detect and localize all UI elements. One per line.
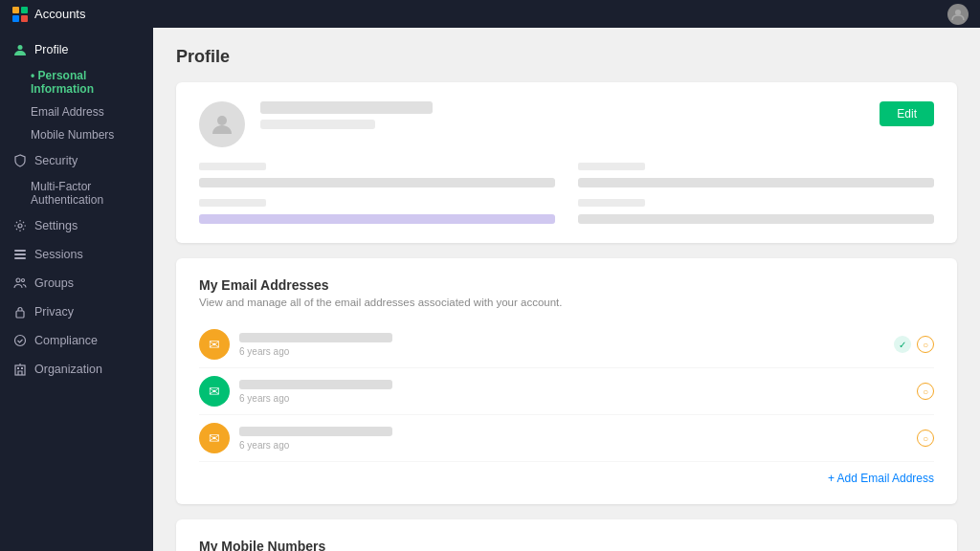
sidebar-item-email-address[interactable]: Email Address bbox=[0, 100, 153, 123]
svg-rect-16 bbox=[21, 367, 23, 369]
add-email-link[interactable]: + Add Email Address bbox=[199, 472, 934, 485]
sidebar-item-security[interactable]: Security bbox=[0, 146, 153, 175]
field-value-blur bbox=[199, 214, 555, 224]
status-badge-1: ○ bbox=[917, 336, 934, 353]
verified-badge-1: ✓ bbox=[894, 336, 911, 353]
field-row-4 bbox=[578, 199, 934, 224]
email-item-3: ✉ 6 years ago ○ bbox=[199, 415, 934, 462]
email-item-2: ✉ 6 years ago ○ bbox=[199, 368, 934, 415]
email-info-3: 6 years ago bbox=[239, 427, 907, 451]
building-icon bbox=[13, 363, 27, 376]
profile-card: Edit bbox=[176, 82, 957, 243]
status-badge-3: ○ bbox=[917, 430, 934, 447]
svg-point-13 bbox=[15, 336, 26, 346]
svg-rect-14 bbox=[15, 365, 25, 375]
sidebar-label-settings: Settings bbox=[34, 219, 78, 232]
sidebar-item-groups[interactable]: Groups bbox=[0, 269, 153, 298]
mobile-numbers-card: My Mobile Numbers View and manage all of… bbox=[176, 519, 957, 551]
svg-rect-8 bbox=[14, 253, 26, 255]
email-badges-1: ✓ ○ bbox=[894, 336, 934, 353]
email-addresses-card: My Email Addresses View and manage all o… bbox=[176, 258, 957, 504]
email-addr-blur-1 bbox=[239, 333, 392, 342]
profile-avatar bbox=[199, 101, 245, 147]
profile-fields bbox=[199, 163, 934, 224]
field-value-blur bbox=[199, 178, 555, 187]
email-badges-2: ○ bbox=[917, 383, 934, 400]
email-info-1: 6 years ago bbox=[239, 333, 884, 357]
status-badge-2: ○ bbox=[917, 383, 934, 400]
svg-rect-0 bbox=[12, 7, 19, 13]
main-content: Profile Edit bbox=[153, 28, 980, 551]
svg-rect-12 bbox=[16, 311, 24, 318]
shield-icon bbox=[13, 154, 27, 167]
compliance-icon bbox=[13, 334, 27, 347]
field-row-3 bbox=[199, 199, 555, 224]
mobile-section-title: My Mobile Numbers bbox=[199, 539, 934, 551]
svg-point-11 bbox=[22, 279, 25, 282]
list-icon bbox=[13, 248, 27, 261]
profile-name-blur bbox=[260, 101, 433, 114]
svg-rect-15 bbox=[17, 367, 19, 369]
email-addr-blur-2 bbox=[239, 380, 392, 389]
sidebar-label-sessions: Sessions bbox=[34, 248, 83, 261]
topbar-logo: Accounts bbox=[11, 6, 85, 23]
lock-icon bbox=[13, 305, 27, 319]
sidebar-item-compliance[interactable]: Compliance bbox=[0, 326, 153, 355]
email-addr-blur-3 bbox=[239, 427, 392, 436]
field-label-blur bbox=[199, 163, 266, 170]
svg-rect-9 bbox=[14, 257, 26, 259]
user-icon bbox=[13, 43, 27, 56]
topbar-avatar[interactable] bbox=[947, 4, 969, 25]
sidebar-label-security: Security bbox=[34, 154, 78, 167]
email-info-2: 6 years ago bbox=[239, 380, 907, 404]
edit-profile-button[interactable]: Edit bbox=[880, 101, 934, 126]
sidebar-label-profile: Profile bbox=[34, 43, 68, 56]
page-title: Profile bbox=[176, 47, 957, 67]
sidebar-label-organization: Organization bbox=[34, 363, 102, 376]
sidebar-label-groups: Groups bbox=[34, 276, 74, 290]
users-icon bbox=[13, 276, 27, 290]
svg-point-5 bbox=[18, 45, 23, 50]
svg-point-6 bbox=[18, 224, 22, 228]
sidebar-item-organization[interactable]: Organization bbox=[0, 355, 153, 384]
svg-point-10 bbox=[16, 278, 20, 282]
email-badges-3: ○ bbox=[917, 430, 934, 447]
avatar-placeholder-icon bbox=[211, 113, 234, 136]
svg-rect-2 bbox=[12, 15, 19, 22]
profile-role-blur bbox=[260, 120, 375, 129]
field-label-blur bbox=[578, 199, 645, 207]
zoho-icon bbox=[11, 6, 29, 23]
email-time-2: 6 years ago bbox=[239, 393, 907, 404]
topbar: Accounts bbox=[0, 0, 980, 28]
field-label-blur bbox=[199, 199, 266, 207]
sidebar-item-settings[interactable]: Settings bbox=[0, 211, 153, 240]
field-value-blur bbox=[578, 178, 934, 187]
svg-rect-7 bbox=[14, 250, 26, 252]
svg-rect-3 bbox=[21, 15, 28, 22]
sidebar-label-privacy: Privacy bbox=[34, 305, 74, 319]
field-row-1 bbox=[199, 163, 555, 187]
svg-point-4 bbox=[955, 10, 961, 15]
svg-point-17 bbox=[217, 116, 227, 125]
email-item-1: ✉ 6 years ago ✓ ○ bbox=[199, 321, 934, 368]
email-time-1: 6 years ago bbox=[239, 346, 884, 357]
sidebar-item-profile[interactable]: Profile bbox=[0, 35, 153, 64]
sidebar-item-mfa[interactable]: Multi-Factor Authentication bbox=[0, 175, 153, 211]
field-row-2 bbox=[578, 163, 934, 187]
profile-name-area bbox=[260, 101, 864, 129]
sidebar: Profile Personal Information Email Addre… bbox=[0, 28, 153, 551]
sidebar-item-mobile-numbers[interactable]: Mobile Numbers bbox=[0, 123, 153, 146]
email-icon-3: ✉ bbox=[199, 423, 230, 453]
sidebar-item-privacy[interactable]: Privacy bbox=[0, 298, 153, 326]
email-icon-2: ✉ bbox=[199, 376, 230, 407]
avatar-icon bbox=[951, 8, 965, 21]
sidebar-item-sessions[interactable]: Sessions bbox=[0, 240, 153, 269]
sidebar-item-personal-information[interactable]: Personal Information bbox=[0, 64, 153, 100]
email-time-3: 6 years ago bbox=[239, 440, 907, 451]
svg-rect-1 bbox=[21, 7, 28, 13]
topbar-title: Accounts bbox=[34, 7, 85, 21]
field-value-blur bbox=[578, 214, 934, 224]
field-label-blur bbox=[578, 163, 645, 170]
sidebar-label-compliance: Compliance bbox=[34, 334, 98, 347]
email-section-title: My Email Addresses bbox=[199, 277, 934, 293]
